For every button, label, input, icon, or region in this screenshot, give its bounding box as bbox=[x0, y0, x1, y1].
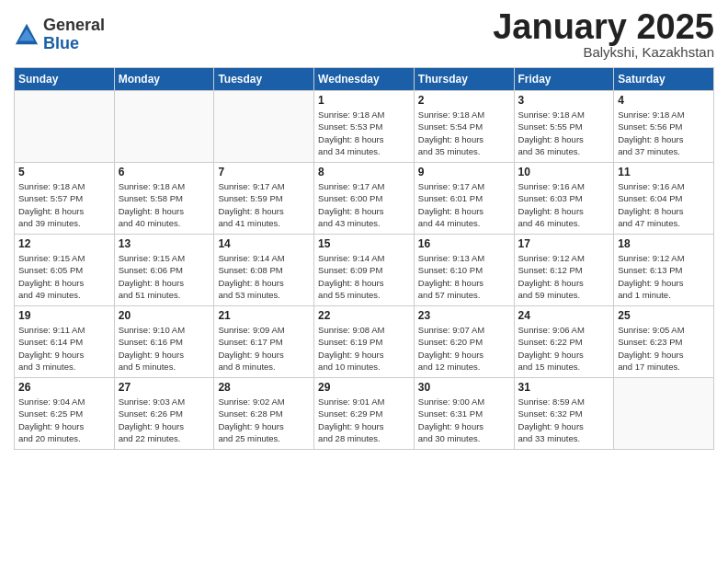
col-tuesday: Tuesday bbox=[214, 68, 314, 91]
day-info: Sunrise: 9:01 AM Sunset: 6:29 PM Dayligh… bbox=[318, 396, 410, 444]
day-info: Sunrise: 9:18 AM Sunset: 5:54 PM Dayligh… bbox=[418, 109, 510, 157]
day-number: 22 bbox=[318, 309, 410, 322]
table-row bbox=[614, 378, 714, 450]
location-subtitle: Balykshi, Kazakhstan bbox=[493, 44, 714, 60]
calendar-week-row: 12Sunrise: 9:15 AM Sunset: 6:05 PM Dayli… bbox=[15, 235, 714, 306]
table-row: 12Sunrise: 9:15 AM Sunset: 6:05 PM Dayli… bbox=[15, 235, 115, 306]
page-header: General Blue January 2025 Balykshi, Kaza… bbox=[14, 9, 714, 60]
day-info: Sunrise: 9:18 AM Sunset: 5:57 PM Dayligh… bbox=[18, 180, 110, 229]
day-number: 30 bbox=[418, 381, 510, 394]
table-row: 1Sunrise: 9:18 AM Sunset: 5:53 PM Daylig… bbox=[314, 91, 415, 163]
table-row: 26Sunrise: 9:04 AM Sunset: 6:25 PM Dayli… bbox=[15, 378, 115, 450]
table-row: 29Sunrise: 9:01 AM Sunset: 6:29 PM Dayli… bbox=[314, 378, 415, 450]
table-row: 25Sunrise: 9:05 AM Sunset: 6:23 PM Dayli… bbox=[614, 306, 714, 378]
day-info: Sunrise: 9:16 AM Sunset: 6:03 PM Dayligh… bbox=[518, 180, 610, 229]
table-row: 11Sunrise: 9:16 AM Sunset: 6:04 PM Dayli… bbox=[614, 163, 714, 235]
logo-icon bbox=[14, 22, 40, 48]
day-info: Sunrise: 9:11 AM Sunset: 6:14 PM Dayligh… bbox=[18, 324, 110, 373]
day-info: Sunrise: 9:18 AM Sunset: 5:55 PM Dayligh… bbox=[518, 109, 610, 157]
logo-blue: Blue bbox=[43, 35, 105, 53]
col-saturday: Saturday bbox=[614, 68, 714, 91]
day-info: Sunrise: 9:05 AM Sunset: 6:23 PM Dayligh… bbox=[618, 324, 710, 373]
day-number: 25 bbox=[618, 309, 710, 322]
day-number: 4 bbox=[618, 94, 710, 107]
day-info: Sunrise: 9:17 AM Sunset: 6:01 PM Dayligh… bbox=[418, 180, 510, 229]
calendar-week-row: 1Sunrise: 9:18 AM Sunset: 5:53 PM Daylig… bbox=[15, 91, 714, 163]
table-row: 15Sunrise: 9:14 AM Sunset: 6:09 PM Dayli… bbox=[314, 235, 415, 306]
table-row bbox=[214, 91, 314, 163]
day-number: 18 bbox=[618, 237, 710, 250]
day-info: Sunrise: 9:18 AM Sunset: 5:53 PM Dayligh… bbox=[318, 109, 410, 157]
table-row: 6Sunrise: 9:18 AM Sunset: 5:58 PM Daylig… bbox=[114, 163, 214, 235]
table-row: 23Sunrise: 9:07 AM Sunset: 6:20 PM Dayli… bbox=[414, 306, 514, 378]
title-block: January 2025 Balykshi, Kazakhstan bbox=[493, 9, 714, 60]
col-wednesday: Wednesday bbox=[314, 68, 415, 91]
day-number: 26 bbox=[18, 381, 110, 394]
day-number: 12 bbox=[18, 237, 110, 250]
day-info: Sunrise: 9:18 AM Sunset: 5:56 PM Dayligh… bbox=[618, 109, 710, 157]
logo: General Blue bbox=[14, 17, 105, 53]
logo-text: General Blue bbox=[43, 17, 105, 53]
table-row: 30Sunrise: 9:00 AM Sunset: 6:31 PM Dayli… bbox=[414, 378, 514, 450]
day-info: Sunrise: 9:17 AM Sunset: 6:00 PM Dayligh… bbox=[318, 180, 410, 229]
day-number: 14 bbox=[218, 237, 310, 250]
day-number: 24 bbox=[518, 309, 610, 322]
day-info: Sunrise: 9:12 AM Sunset: 6:12 PM Dayligh… bbox=[518, 252, 610, 301]
table-row: 9Sunrise: 9:17 AM Sunset: 6:01 PM Daylig… bbox=[414, 163, 514, 235]
calendar-week-row: 19Sunrise: 9:11 AM Sunset: 6:14 PM Dayli… bbox=[15, 306, 714, 378]
day-number: 7 bbox=[218, 166, 310, 178]
day-info: Sunrise: 9:15 AM Sunset: 6:05 PM Dayligh… bbox=[18, 252, 110, 301]
day-info: Sunrise: 9:13 AM Sunset: 6:10 PM Dayligh… bbox=[418, 252, 510, 301]
month-title: January 2025 bbox=[493, 9, 714, 44]
day-number: 19 bbox=[18, 309, 110, 322]
col-sunday: Sunday bbox=[15, 68, 115, 91]
table-row: 4Sunrise: 9:18 AM Sunset: 5:56 PM Daylig… bbox=[614, 91, 714, 163]
day-info: Sunrise: 9:02 AM Sunset: 6:28 PM Dayligh… bbox=[218, 396, 310, 444]
table-row: 3Sunrise: 9:18 AM Sunset: 5:55 PM Daylig… bbox=[514, 91, 614, 163]
day-number: 9 bbox=[418, 166, 510, 178]
calendar-week-row: 5Sunrise: 9:18 AM Sunset: 5:57 PM Daylig… bbox=[15, 163, 714, 235]
day-info: Sunrise: 9:15 AM Sunset: 6:06 PM Dayligh… bbox=[119, 252, 210, 301]
table-row: 18Sunrise: 9:12 AM Sunset: 6:13 PM Dayli… bbox=[614, 235, 714, 306]
table-row: 14Sunrise: 9:14 AM Sunset: 6:08 PM Dayli… bbox=[214, 235, 314, 306]
day-info: Sunrise: 9:17 AM Sunset: 5:59 PM Dayligh… bbox=[218, 180, 310, 229]
day-info: Sunrise: 9:09 AM Sunset: 6:17 PM Dayligh… bbox=[218, 324, 310, 373]
day-number: 16 bbox=[418, 237, 510, 250]
day-number: 23 bbox=[418, 309, 510, 322]
day-info: Sunrise: 9:14 AM Sunset: 6:09 PM Dayligh… bbox=[318, 252, 410, 301]
day-info: Sunrise: 9:00 AM Sunset: 6:31 PM Dayligh… bbox=[418, 396, 510, 444]
table-row: 19Sunrise: 9:11 AM Sunset: 6:14 PM Dayli… bbox=[15, 306, 115, 378]
table-row: 28Sunrise: 9:02 AM Sunset: 6:28 PM Dayli… bbox=[214, 378, 314, 450]
table-row: 10Sunrise: 9:16 AM Sunset: 6:03 PM Dayli… bbox=[514, 163, 614, 235]
day-number: 2 bbox=[418, 94, 510, 107]
day-info: Sunrise: 9:16 AM Sunset: 6:04 PM Dayligh… bbox=[618, 180, 710, 229]
calendar-table: Sunday Monday Tuesday Wednesday Thursday… bbox=[14, 67, 714, 450]
table-row: 21Sunrise: 9:09 AM Sunset: 6:17 PM Dayli… bbox=[214, 306, 314, 378]
col-monday: Monday bbox=[114, 68, 214, 91]
table-row: 7Sunrise: 9:17 AM Sunset: 5:59 PM Daylig… bbox=[214, 163, 314, 235]
table-row: 16Sunrise: 9:13 AM Sunset: 6:10 PM Dayli… bbox=[414, 235, 514, 306]
logo-general: General bbox=[43, 17, 105, 35]
table-row: 2Sunrise: 9:18 AM Sunset: 5:54 PM Daylig… bbox=[414, 91, 514, 163]
day-info: Sunrise: 9:14 AM Sunset: 6:08 PM Dayligh… bbox=[218, 252, 310, 301]
day-number: 29 bbox=[318, 381, 410, 394]
day-number: 5 bbox=[18, 166, 110, 178]
day-number: 21 bbox=[218, 309, 310, 322]
table-row: 22Sunrise: 9:08 AM Sunset: 6:19 PM Dayli… bbox=[314, 306, 415, 378]
day-info: Sunrise: 9:08 AM Sunset: 6:19 PM Dayligh… bbox=[318, 324, 410, 373]
table-row bbox=[15, 91, 115, 163]
table-row: 17Sunrise: 9:12 AM Sunset: 6:12 PM Dayli… bbox=[514, 235, 614, 306]
day-number: 11 bbox=[618, 166, 710, 178]
calendar-header-row: Sunday Monday Tuesday Wednesday Thursday… bbox=[15, 68, 714, 91]
day-number: 6 bbox=[119, 166, 210, 178]
day-number: 10 bbox=[518, 166, 610, 178]
day-info: Sunrise: 9:03 AM Sunset: 6:26 PM Dayligh… bbox=[119, 396, 210, 444]
table-row: 24Sunrise: 9:06 AM Sunset: 6:22 PM Dayli… bbox=[514, 306, 614, 378]
day-info: Sunrise: 9:04 AM Sunset: 6:25 PM Dayligh… bbox=[18, 396, 110, 444]
day-info: Sunrise: 9:12 AM Sunset: 6:13 PM Dayligh… bbox=[618, 252, 710, 301]
table-row: 5Sunrise: 9:18 AM Sunset: 5:57 PM Daylig… bbox=[15, 163, 115, 235]
day-number: 13 bbox=[119, 237, 210, 250]
day-info: Sunrise: 9:10 AM Sunset: 6:16 PM Dayligh… bbox=[119, 324, 210, 373]
day-number: 15 bbox=[318, 237, 410, 250]
day-number: 8 bbox=[318, 166, 410, 178]
